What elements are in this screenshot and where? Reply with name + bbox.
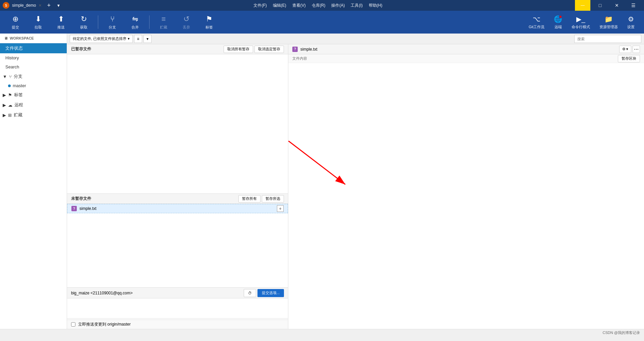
toolbar-pull[interactable]: ⬇ 拉取 (28, 12, 48, 32)
menu-view[interactable]: 查看(V) (290, 2, 308, 9)
toolbar-remote[interactable]: 🌐 远端 (550, 14, 566, 31)
branch-dot-icon (8, 84, 11, 87)
history-label: History (5, 55, 19, 60)
file-unknown-icon: ? (71, 206, 77, 211)
staged-title: 已暂存文件 (71, 46, 91, 52)
left-pane: 已暂存文件 取消所有暂存 取消选定暂存 未暂存文件 暂存所有 暂存所选 (67, 44, 288, 329)
unstaged-section-header: 未暂存文件 暂存所有 暂存所选 (67, 194, 288, 204)
staged-section-header: 已暂存文件 取消所有暂存 取消选定暂存 (67, 44, 288, 54)
settings-label: 设置 (627, 24, 635, 30)
close-button[interactable]: ✕ (609, 0, 625, 11)
filter-view-btn[interactable]: ≡ (134, 35, 142, 43)
sidebar-item-file-status[interactable]: 文件状态 (0, 43, 67, 53)
toolbar-tag[interactable]: ⚑ 标签 (199, 12, 219, 32)
sidebar-item-history[interactable]: History (0, 53, 67, 62)
diff-content (288, 63, 644, 329)
search-input[interactable] (574, 35, 641, 43)
menu-file[interactable]: 文件(F) (251, 2, 269, 9)
diff-header: ? simple.txt ⚙ ▾ ⋯ (288, 44, 644, 54)
commit-area: big_maize <211109001@qq.com> ⏱ 提交选项... 立… (67, 287, 288, 329)
merge-label: 合并 (131, 25, 139, 30)
branches-icon: ⑂ (9, 74, 12, 79)
toolbar-terminal[interactable]: ▶_ 命令行模式 (568, 14, 594, 31)
fetch-label: 获取 (80, 25, 87, 30)
toolbar-right: ⌥ Git工作流 🌐 远端 ▶_ 命令行模式 📁 资源管理器 ⚙ 设置 (525, 14, 639, 31)
menu-repo[interactable]: 仓库(R) (309, 2, 328, 9)
diff-file-name: simple.txt (300, 47, 317, 52)
settings-icon: ⚙ (628, 15, 634, 23)
toolbar-merge[interactable]: ⇋ 合并 (125, 12, 145, 32)
tags-chevron-icon: ▶ (3, 93, 6, 98)
push-checkbox[interactable] (71, 322, 75, 327)
sidebar-item-search[interactable]: Search (0, 62, 67, 71)
gitflow-label: Git工作流 (529, 24, 544, 30)
tag-icon: ⚑ (206, 15, 213, 23)
stage-file-btn[interactable]: + (277, 205, 284, 212)
sidebar-branch-master[interactable]: master (0, 81, 67, 90)
commit-message-input[interactable] (67, 298, 288, 319)
sidebar-section-remotes[interactable]: ▶ ☁ 远程 (0, 100, 67, 110)
maximize-button[interactable]: □ (592, 0, 608, 11)
unstaged-header-btns: 暂存所有 暂存所选 (238, 195, 284, 203)
toolbar-commit[interactable]: ⊕ 提交 (5, 12, 25, 32)
sidebar-workspace: 🖥 WORKSPACE (0, 34, 67, 43)
sidebar-section-stashes[interactable]: ▶ ⊞ 贮藏 (0, 110, 67, 120)
stage-selected-btn[interactable]: 暂存所选 (262, 195, 284, 203)
toolbar-fetch[interactable]: ↻ 获取 (74, 12, 94, 32)
list-item[interactable]: ? simple.txt + (67, 204, 288, 213)
menu-tools[interactable]: 工具(I) (348, 2, 365, 9)
toolbar-branch[interactable]: ⑂ 分支 (102, 12, 122, 32)
commit-author: big_maize <211109001@qq.com> (71, 291, 133, 295)
filter-more-btn[interactable]: ▾ (143, 35, 152, 43)
tab-dropdown-btn[interactable]: ▾ (56, 3, 61, 8)
branch-icon: ⑂ (110, 15, 115, 23)
menu-help[interactable]: 帮助(H) (366, 2, 385, 9)
toolbar: ⊕ 提交 ⬇ 拉取 ⬆ 推送 ↻ 获取 ⑂ 分支 ⇋ 合并 ≡ 贮藏 ↺ 丢弃 … (0, 11, 644, 34)
staged-header-btns: 取消所有暂存 取消选定暂存 (224, 46, 284, 53)
tab-close-btn[interactable]: ✕ (39, 3, 42, 8)
stash-icon: ≡ (162, 15, 166, 23)
stashes-icon: ⊞ (8, 113, 12, 118)
stage-block-btn[interactable]: 暂存区块 (618, 55, 640, 62)
commit-header: big_maize <211109001@qq.com> ⏱ 提交选项... (67, 288, 288, 298)
tags-icon: ⚑ (8, 93, 12, 98)
diff-settings-btn[interactable]: ⚙ ▾ (619, 46, 631, 53)
minimize-button[interactable]: — (575, 0, 590, 11)
toolbar-explorer[interactable]: 📁 资源管理器 (595, 14, 622, 31)
content-split: 已暂存文件 取消所有暂存 取消选定暂存 未暂存文件 暂存所有 暂存所选 (67, 44, 644, 329)
commit-label: 提交 (12, 25, 19, 30)
filter-search-container (574, 35, 641, 43)
commit-header-right: ⏱ 提交选项... (244, 289, 284, 297)
search-label: Search (5, 64, 19, 69)
toolbar-stash[interactable]: ≡ 贮藏 (154, 12, 174, 32)
tags-label: 标签 (14, 92, 23, 98)
status-bar: CSDN @我的博客记录 (0, 329, 644, 336)
remote-icon: 🌐 (554, 15, 562, 23)
tab-add-btn[interactable]: + (44, 2, 53, 9)
main-content: 🖥 WORKSPACE 文件状态 History Search ▼ ⑂ 分支 m… (0, 34, 644, 329)
commit-options-btn[interactable]: 提交选项... (257, 289, 284, 297)
stage-all-btn[interactable]: 暂存所有 (238, 195, 260, 203)
diff-file-icon: ? (292, 47, 298, 52)
filter-dropdown[interactable]: 待定的文件, 已依照文件状态排序 ▾ (70, 35, 133, 43)
fetch-icon: ↻ (81, 15, 87, 23)
menu-edit[interactable]: 编辑(E) (270, 2, 289, 9)
diff-more-btn[interactable]: ⋯ (633, 46, 640, 53)
right-panel: 待定的文件, 已依照文件状态排序 ▾ ≡ ▾ 已暂存文件 取消所有暂存 取消选定… (67, 34, 644, 329)
sidebar-section-tags[interactable]: ▶ ⚑ 标签 (0, 90, 67, 100)
unstage-all-btn[interactable]: 取消所有暂存 (224, 46, 253, 53)
toolbar-settings[interactable]: ⚙ 设置 (623, 14, 639, 31)
unstage-selected-btn[interactable]: 取消选定暂存 (254, 46, 284, 53)
diff-subheader: 文件内容 暂存区块 (288, 54, 644, 63)
toolbar-discard[interactable]: ↺ 丢弃 (176, 12, 196, 32)
toolbar-push[interactable]: ⬆ 推送 (51, 12, 71, 32)
branch-label: 分支 (109, 25, 116, 30)
pull-label: 拉取 (35, 25, 42, 30)
app-logo: S (3, 2, 9, 9)
diff-content-label: 文件内容 (292, 56, 307, 61)
commit-history-btn[interactable]: ⏱ (244, 289, 256, 297)
menu-actions[interactable]: 操作(A) (329, 2, 347, 9)
sidebar-section-branches[interactable]: ▼ ⑂ 分支 (0, 71, 67, 81)
toolbar-gitflow[interactable]: ⌥ Git工作流 (525, 14, 548, 31)
hamburger-menu[interactable]: ☰ (626, 0, 641, 11)
